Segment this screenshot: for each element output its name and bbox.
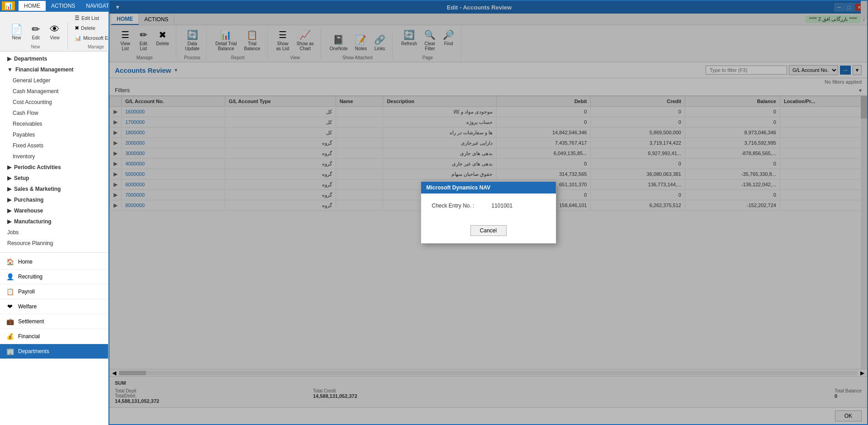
tab-actions[interactable]: ACTIONS [46, 1, 81, 11]
dialog-titlebar: Microsoft Dynamics NAV [421, 182, 556, 194]
sidebar-item-fixed-assets[interactable]: Fixed Assets [0, 140, 108, 151]
delete-icon: ✖ [75, 25, 79, 31]
tab-home[interactable]: HOME [19, 1, 46, 11]
view-label: View [50, 35, 60, 40]
chevron-right-icon3: ▶ [7, 175, 11, 181]
view-button[interactable]: 👁 View [46, 22, 64, 42]
sidebar-item-cost-accounting[interactable]: Cost Accounting [0, 97, 108, 108]
dialog-field-label: Check Entry No. : [432, 203, 486, 209]
sidebar-nav-departments[interactable]: 🏢 Departments [0, 344, 108, 359]
edit-list-icon: ☰ [75, 15, 80, 21]
chevron-right-icon2: ▶ [7, 164, 11, 170]
dialog-buttons: Cancel [421, 222, 556, 243]
sidebar-nav-payroll[interactable]: 📋 Payroll [0, 284, 108, 299]
dialog-content: Check Entry No. : 1101001 [421, 194, 556, 222]
sidebar-item-sales[interactable]: ▶ Sales & Marketing [0, 184, 108, 194]
departments-nav-icon: 🏢 [5, 347, 14, 356]
edit-label: Edit [32, 35, 39, 40]
sidebar-item-periodic[interactable]: ▶ Periodic Activities [0, 162, 108, 173]
sidebar-item-general-ledger[interactable]: General Ledger [0, 75, 108, 86]
recruiting-icon: 👤 [5, 272, 14, 281]
welfare-icon: ❤ [5, 302, 14, 311]
dialog-overlay: Microsoft Dynamics NAV Check Entry No. :… [109, 52, 867, 424]
sidebar-item-cash-flow[interactable]: Cash Flow [0, 108, 108, 118]
view-icon: 👁 [50, 24, 60, 34]
dialog-cancel-button[interactable]: Cancel [470, 225, 507, 236]
sidebar-nav-financial[interactable]: 💰 Financial [0, 329, 108, 344]
ribbon-group-new-label: New [31, 44, 40, 49]
sidebar-item-setup[interactable]: ▶ Setup [0, 173, 108, 184]
sidebar-item-inventory[interactable]: Inventory [0, 151, 108, 162]
sidebar-item-purchasing[interactable]: ▶ Purchasing [0, 194, 108, 205]
payroll-icon: 📋 [5, 287, 14, 296]
delete-label: Delete [81, 25, 95, 31]
new-label: New [12, 35, 21, 40]
sidebar-nav-home[interactable]: 🏠 Home [0, 255, 108, 269]
sidebar-item-departments[interactable]: ▶ Departments [0, 53, 108, 64]
chevron-right-icon: ▶ [7, 56, 11, 62]
dialog-field-value: 1101001 [492, 203, 513, 209]
sidebar-nav-welfare[interactable]: ❤ Welfare [0, 299, 108, 314]
financial-icon: 💰 [5, 332, 14, 341]
ribbon-group-manage-label: Manage [88, 44, 104, 49]
chevron-right-icon5: ▶ [7, 197, 11, 203]
new-icon: 📄 [10, 24, 23, 34]
sidebar-item-manufacturing[interactable]: ▶ Manufacturing [0, 216, 108, 227]
dialog-check-entry: Check Entry No. : 1101001 [432, 203, 545, 209]
settlement-icon: 💼 [5, 317, 14, 326]
new-button[interactable]: 📄 New [7, 22, 26, 42]
home-icon: 🏠 [5, 257, 14, 266]
sidebar-item-financial-mgmt[interactable]: ▼ Financial Management [0, 64, 108, 75]
chevron-right-icon7: ▶ [7, 218, 11, 225]
sidebar-nav-settlement[interactable]: 💼 Settlement [0, 314, 108, 329]
edit-icon: ✏ [32, 24, 40, 34]
sidebar-nav-recruiting[interactable]: 👤 Recruiting [0, 269, 108, 284]
chevron-right-icon4: ▶ [7, 186, 11, 192]
sidebar-item-resource-planning[interactable]: Resource Planning [0, 238, 108, 249]
sidebar-divider [0, 252, 108, 253]
dialog-box: Microsoft Dynamics NAV Check Entry No. :… [421, 181, 556, 244]
excel-icon: 📊 [75, 35, 81, 41]
app-icon: 📊 [2, 1, 15, 10]
content-area: ▶ Departments ▼ Financial Management Gen… [0, 52, 868, 425]
edit-button[interactable]: ✏ Edit [27, 22, 45, 42]
sidebar: ▶ Departments ▼ Financial Management Gen… [0, 52, 109, 425]
edit-list-label: Edit List [81, 15, 99, 21]
sidebar-item-receivables[interactable]: Receivables [0, 118, 108, 129]
ribbon-group-new-btns: 📄 New ✏ Edit 👁 View [7, 22, 64, 42]
dialog-title: Microsoft Dynamics NAV [427, 184, 491, 191]
inner-modal-window: ▼ Edit - Accounts Review ─ □ ✕ HOME ACTI… [109, 52, 868, 425]
sidebar-item-jobs[interactable]: Jobs [0, 227, 108, 238]
main-window: 📊 HOME ACTIONS NAVIGATE REPORT **** بازر… [0, 0, 868, 425]
ribbon-group-new: 📄 New ✏ Edit 👁 View New [4, 22, 68, 49]
sidebar-item-payables[interactable]: Payables [0, 129, 108, 140]
chevron-down-icon: ▼ [7, 66, 13, 73]
chevron-right-icon6: ▶ [7, 208, 11, 214]
sidebar-nav: 🏠 Home 👤 Recruiting 📋 Payroll ❤ Welfare … [0, 255, 108, 359]
sidebar-tree: ▶ Departments ▼ Financial Management Gen… [0, 52, 108, 250]
sidebar-item-warehouse[interactable]: ▶ Warehouse [0, 205, 108, 216]
sidebar-item-cash-mgmt[interactable]: Cash Management [0, 86, 108, 97]
